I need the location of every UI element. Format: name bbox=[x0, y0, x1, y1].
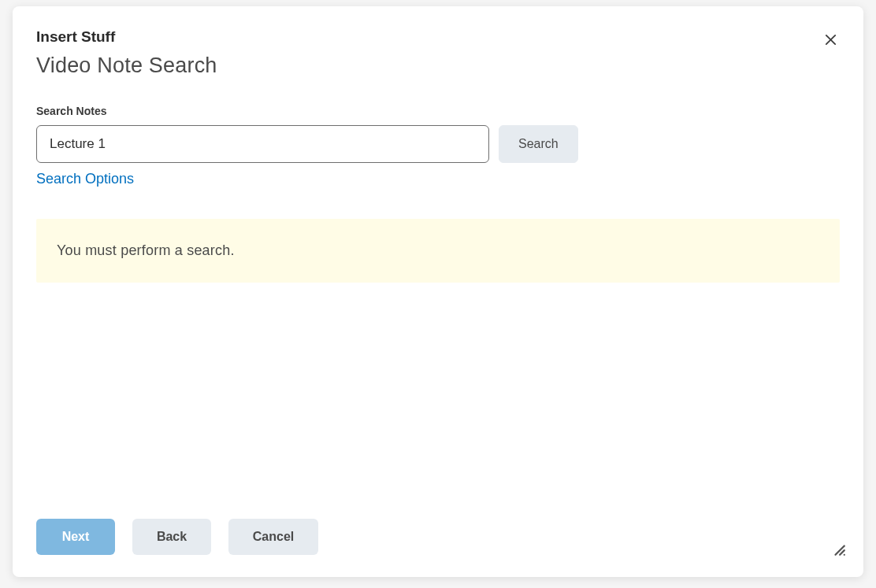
search-input[interactable] bbox=[36, 125, 489, 163]
cancel-button[interactable]: Cancel bbox=[228, 519, 318, 555]
close-button[interactable] bbox=[821, 30, 840, 49]
next-button[interactable]: Next bbox=[36, 519, 115, 555]
search-notes-label: Search Notes bbox=[36, 105, 840, 117]
insert-stuff-modal: Insert Stuff Video Note Search Search No… bbox=[13, 6, 863, 577]
search-row: Search bbox=[36, 125, 840, 163]
resize-handle[interactable] bbox=[832, 542, 846, 557]
modal-header: Insert Stuff Video Note Search bbox=[13, 6, 863, 78]
modal-body: Search Notes Search Search Options You m… bbox=[13, 78, 863, 519]
back-button[interactable]: Back bbox=[132, 519, 211, 555]
search-button[interactable]: Search bbox=[499, 125, 578, 163]
info-banner: You must perform a search. bbox=[36, 219, 840, 283]
svg-line-3 bbox=[840, 550, 844, 555]
resize-icon bbox=[832, 542, 846, 557]
close-icon bbox=[824, 33, 837, 46]
svg-line-2 bbox=[836, 546, 844, 555]
info-banner-message: You must perform a search. bbox=[57, 242, 235, 258]
modal-footer: Next Back Cancel bbox=[13, 519, 863, 577]
search-options-link[interactable]: Search Options bbox=[36, 171, 134, 187]
modal-title: Insert Stuff bbox=[36, 28, 840, 46]
modal-subtitle: Video Note Search bbox=[36, 54, 840, 78]
